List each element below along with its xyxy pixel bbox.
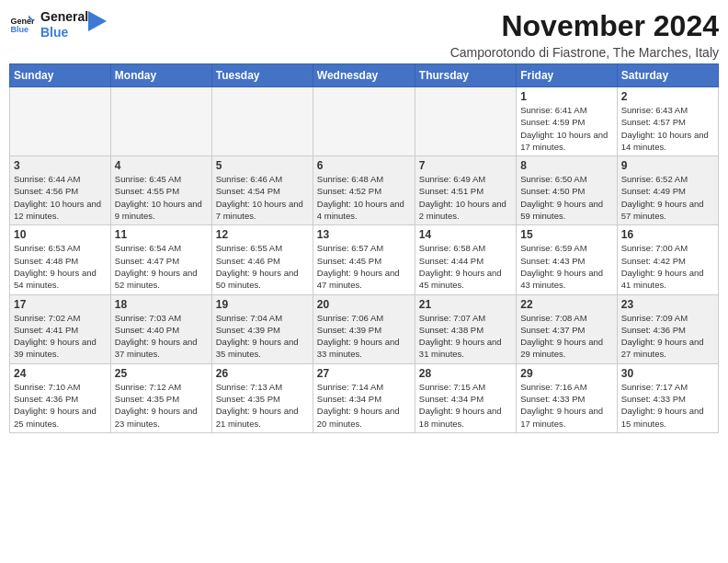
day-info-3: Sunrise: 6:44 AMSunset: 4:56 PMDaylight:… [14,173,107,222]
day-number-2: 2 [621,90,714,103]
calendar-cell-4-3: 27Sunrise: 7:14 AMSunset: 4:34 PMDayligh… [313,363,415,432]
logo: General Blue General Blue [9,9,107,40]
day-info-12: Sunrise: 6:55 AMSunset: 4:46 PMDaylight:… [216,242,309,291]
week-row-1: 1Sunrise: 6:41 AMSunset: 4:59 PMDaylight… [10,87,719,156]
day-number-16: 16 [621,228,714,241]
week-row-3: 10Sunrise: 6:53 AMSunset: 4:48 PMDayligh… [10,225,719,294]
header-thursday: Thursday [415,64,516,87]
calendar-cell-2-3: 13Sunrise: 6:57 AMSunset: 4:45 PMDayligh… [313,225,415,294]
calendar-cell-4-6: 30Sunrise: 7:17 AMSunset: 4:33 PMDayligh… [617,363,718,432]
calendar-cell-4-0: 24Sunrise: 7:10 AMSunset: 4:36 PMDayligh… [10,363,111,432]
day-info-16: Sunrise: 7:00 AMSunset: 4:42 PMDaylight:… [621,242,714,291]
logo-general: General [40,9,88,25]
week-row-4: 17Sunrise: 7:02 AMSunset: 4:41 PMDayligh… [10,294,719,363]
svg-text:General: General [10,16,35,25]
day-info-17: Sunrise: 7:02 AMSunset: 4:41 PMDaylight:… [14,312,107,361]
day-info-22: Sunrise: 7:08 AMSunset: 4:37 PMDaylight:… [520,312,612,361]
day-info-26: Sunrise: 7:13 AMSunset: 4:35 PMDaylight:… [216,381,309,430]
day-info-1: Sunrise: 6:41 AMSunset: 4:59 PMDaylight:… [520,104,612,153]
day-number-25: 25 [115,367,208,380]
calendar-table: SundayMondayTuesdayWednesdayThursdayFrid… [9,63,719,433]
day-number-22: 22 [520,298,612,311]
calendar-cell-0-0 [10,87,111,156]
calendar-cell-1-1: 4Sunrise: 6:45 AMSunset: 4:55 PMDaylight… [110,156,211,225]
day-number-17: 17 [14,298,107,311]
calendar-cell-3-0: 17Sunrise: 7:02 AMSunset: 4:41 PMDayligh… [10,294,111,363]
calendar-cell-2-0: 10Sunrise: 6:53 AMSunset: 4:48 PMDayligh… [10,225,111,294]
calendar-cell-3-1: 18Sunrise: 7:03 AMSunset: 4:40 PMDayligh… [110,294,211,363]
calendar-cell-0-4 [415,87,516,156]
day-info-13: Sunrise: 6:57 AMSunset: 4:45 PMDaylight:… [317,242,411,291]
day-info-19: Sunrise: 7:04 AMSunset: 4:39 PMDaylight:… [216,312,309,361]
day-number-19: 19 [216,298,309,311]
day-info-11: Sunrise: 6:54 AMSunset: 4:47 PMDaylight:… [115,242,208,291]
day-info-2: Sunrise: 6:43 AMSunset: 4:57 PMDaylight:… [621,104,714,153]
day-number-28: 28 [419,367,512,380]
week-row-5: 24Sunrise: 7:10 AMSunset: 4:36 PMDayligh… [10,363,719,432]
svg-marker-3 [88,11,107,31]
day-info-6: Sunrise: 6:48 AMSunset: 4:52 PMDaylight:… [317,173,411,222]
day-number-26: 26 [216,367,309,380]
day-info-14: Sunrise: 6:58 AMSunset: 4:44 PMDaylight:… [419,242,512,291]
day-info-21: Sunrise: 7:07 AMSunset: 4:38 PMDaylight:… [419,312,512,361]
calendar-cell-3-2: 19Sunrise: 7:04 AMSunset: 4:39 PMDayligh… [211,294,313,363]
calendar-cell-3-3: 20Sunrise: 7:06 AMSunset: 4:39 PMDayligh… [313,294,415,363]
day-info-27: Sunrise: 7:14 AMSunset: 4:34 PMDaylight:… [317,381,411,430]
subtitle: Camporotondo di Fiastrone, The Marches, … [450,45,719,60]
day-info-24: Sunrise: 7:10 AMSunset: 4:36 PMDaylight:… [14,381,107,430]
calendar-cell-3-6: 23Sunrise: 7:09 AMSunset: 4:36 PMDayligh… [617,294,718,363]
day-info-18: Sunrise: 7:03 AMSunset: 4:40 PMDaylight:… [115,312,208,361]
calendar-cell-0-6: 2Sunrise: 6:43 AMSunset: 4:57 PMDaylight… [617,87,718,156]
day-number-12: 12 [216,228,309,241]
day-number-18: 18 [115,298,208,311]
calendar-header-row: SundayMondayTuesdayWednesdayThursdayFrid… [10,64,719,87]
day-number-5: 5 [216,159,309,172]
day-number-10: 10 [14,228,107,241]
day-number-13: 13 [317,228,411,241]
calendar-cell-3-4: 21Sunrise: 7:07 AMSunset: 4:38 PMDayligh… [415,294,516,363]
calendar-cell-2-1: 11Sunrise: 6:54 AMSunset: 4:47 PMDayligh… [110,225,211,294]
calendar-cell-4-4: 28Sunrise: 7:15 AMSunset: 4:34 PMDayligh… [415,363,516,432]
day-info-25: Sunrise: 7:12 AMSunset: 4:35 PMDaylight:… [115,381,208,430]
logo-blue: Blue [40,25,88,40]
calendar-cell-1-5: 8Sunrise: 6:50 AMSunset: 4:50 PMDaylight… [517,156,617,225]
day-number-8: 8 [520,159,612,172]
day-info-30: Sunrise: 7:17 AMSunset: 4:33 PMDaylight:… [621,381,714,430]
day-info-28: Sunrise: 7:15 AMSunset: 4:34 PMDaylight:… [419,381,512,430]
day-number-27: 27 [317,367,411,380]
day-number-7: 7 [419,159,512,172]
header-friday: Friday [517,64,617,87]
logo-icon: General Blue [9,12,35,38]
day-info-8: Sunrise: 6:50 AMSunset: 4:50 PMDaylight:… [520,173,612,222]
calendar-cell-0-2 [211,87,313,156]
day-number-3: 3 [14,159,107,172]
calendar-cell-4-2: 26Sunrise: 7:13 AMSunset: 4:35 PMDayligh… [211,363,313,432]
day-info-29: Sunrise: 7:16 AMSunset: 4:33 PMDaylight:… [520,381,612,430]
calendar-cell-1-4: 7Sunrise: 6:49 AMSunset: 4:51 PMDaylight… [415,156,516,225]
day-number-11: 11 [115,228,208,241]
header-wednesday: Wednesday [313,64,415,87]
day-number-24: 24 [14,367,107,380]
day-info-5: Sunrise: 6:46 AMSunset: 4:54 PMDaylight:… [216,173,309,222]
day-number-30: 30 [621,367,714,380]
calendar-cell-1-0: 3Sunrise: 6:44 AMSunset: 4:56 PMDaylight… [10,156,111,225]
day-number-9: 9 [621,159,714,172]
calendar-cell-2-5: 15Sunrise: 6:59 AMSunset: 4:43 PMDayligh… [517,225,617,294]
week-row-2: 3Sunrise: 6:44 AMSunset: 4:56 PMDaylight… [10,156,719,225]
calendar-cell-2-6: 16Sunrise: 7:00 AMSunset: 4:42 PMDayligh… [617,225,718,294]
calendar-cell-1-3: 6Sunrise: 6:48 AMSunset: 4:52 PMDaylight… [313,156,415,225]
day-number-6: 6 [317,159,411,172]
day-number-29: 29 [520,367,612,380]
day-info-15: Sunrise: 6:59 AMSunset: 4:43 PMDaylight:… [520,242,612,291]
day-info-9: Sunrise: 6:52 AMSunset: 4:49 PMDaylight:… [621,173,714,222]
day-info-7: Sunrise: 6:49 AMSunset: 4:51 PMDaylight:… [419,173,512,222]
day-number-4: 4 [115,159,208,172]
calendar-cell-1-2: 5Sunrise: 6:46 AMSunset: 4:54 PMDaylight… [211,156,313,225]
calendar-cell-0-3 [313,87,415,156]
day-number-15: 15 [520,228,612,241]
header-sunday: Sunday [10,64,111,87]
day-number-14: 14 [419,228,512,241]
day-info-23: Sunrise: 7:09 AMSunset: 4:36 PMDaylight:… [621,312,714,361]
day-number-23: 23 [621,298,714,311]
calendar-cell-4-1: 25Sunrise: 7:12 AMSunset: 4:35 PMDayligh… [110,363,211,432]
